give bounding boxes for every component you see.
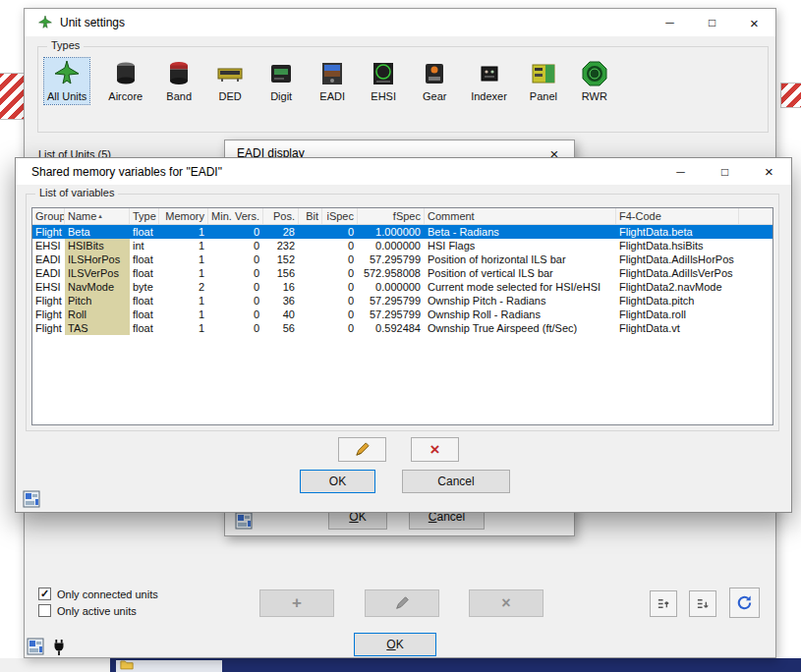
table-cell: FlightData.beta [616,225,739,239]
type-item-indexer[interactable]: Indexer [468,58,510,104]
table-body: FlightBetafloat102801.000000Beta - Radia… [32,225,772,335]
delete-variable-button[interactable]: × [411,437,459,462]
table-row[interactable]: EADIILSHorPosfloat10152057.295799Positio… [32,252,772,266]
table-cell: Ownship True Airspeed (ft/Sec) [425,321,616,335]
table-cell: byte [130,280,159,294]
column-header-label: Comment [428,210,475,222]
eadi-icon [317,59,347,88]
table-cell: Flight [32,294,65,308]
only-active-checkbox[interactable]: Only active units [38,604,137,617]
table-row[interactable]: FlightPitchfloat1036057.295799Ownship Pi… [32,294,772,308]
ok-button[interactable]: OK [354,633,436,656]
refresh-button[interactable] [729,588,760,618]
group-list-button-1[interactable] [650,590,677,617]
column-header-group[interactable]: Group [32,208,65,224]
maximize-button[interactable]: □ [691,9,733,36]
minimize-button[interactable]: ─ [658,158,703,185]
table-cell: 0.592484 [358,321,425,335]
close-button[interactable]: × [747,158,791,185]
column-header-pos-[interactable]: Pos. [263,208,299,224]
column-header-label: Name [68,210,96,222]
table-cell: 1 [159,239,208,252]
dialog-title: Shared memory variables for "EADI" [31,165,222,179]
table-cell: 0 [208,294,263,308]
table-cell [299,252,322,266]
shared-memory-titlebar[interactable]: Shared memory variables for "EADI" ─ □ × [16,158,791,185]
type-item-aircore[interactable]: Aircore [105,58,145,104]
table-cell: EHSI [32,239,65,252]
window-controls: ─ □ × [658,158,791,185]
table-cell: NavMode [65,280,130,294]
minimize-button[interactable]: ─ [649,9,691,36]
column-header-type[interactable]: Type [130,208,159,224]
table-cell: 28 [263,225,299,239]
table-cell: int [130,239,159,252]
type-label: Gear [423,90,446,102]
table-cell: 1 [159,252,208,266]
column-header-comment[interactable]: Comment [425,208,616,224]
edit-unit-button[interactable] [365,589,439,617]
column-header-bit[interactable]: Bit [299,208,322,224]
group-list-button-2[interactable] [689,590,716,617]
table-cell [299,294,322,308]
ok-button[interactable]: OK [300,470,375,493]
maximize-button[interactable]: □ [703,158,747,185]
sort-ascending-icon: ▴ [98,212,102,220]
close-button[interactable]: × [733,9,775,36]
column-header-ispec[interactable]: iSpec [322,208,358,224]
red-x-icon: × [430,440,440,460]
unit-settings-titlebar[interactable]: Unit settings ─ □ × [25,9,775,36]
type-item-band[interactable]: Band [161,58,197,104]
add-unit-button[interactable]: + [259,589,334,617]
only-connected-checkbox[interactable]: ✓ Only connected units [38,588,158,600]
types-row: All UnitsAircoreBandDEDDigitEADIEHSIGear… [38,47,768,104]
column-header-min-vers-[interactable]: Min. Vers. [208,208,263,224]
type-item-all-units[interactable]: All Units [44,58,89,104]
table-cell: Pitch [65,294,130,308]
type-item-ded[interactable]: DED [212,58,248,104]
table-cell: 572.958008 [358,266,425,280]
column-header-fspec[interactable]: fSpec [358,208,425,224]
table-cell: FlightData.vt [616,321,739,335]
type-item-digit[interactable]: Digit [263,58,299,104]
table-cell: Beta - Radians [425,225,616,239]
table-cell: 57.295799 [358,308,425,321]
table-cell: 16 [263,280,299,294]
type-label: Digit [270,90,292,102]
table-cell [299,280,322,294]
ded-icon [215,59,245,88]
table-cell: float [130,252,159,266]
delete-unit-button[interactable]: × [469,589,544,617]
table-cell [299,239,322,252]
cancel-button[interactable]: Cancel [402,470,510,493]
type-item-gear[interactable]: Gear [417,58,452,104]
type-item-rwr[interactable]: RWR [577,58,612,104]
table-cell: 57.295799 [358,252,425,266]
table-cell: 0 [208,252,263,266]
ehsi-icon [369,59,398,88]
table-cell: HSIBits [65,239,130,252]
table-cell: float [130,294,159,308]
table-cell: float [130,321,159,335]
column-header-f4-code[interactable]: F4-Code [616,208,739,224]
table-cell: 0 [322,266,358,280]
edit-variable-button[interactable] [338,437,386,462]
table-row[interactable]: FlightTASfloat105600.592484Ownship True … [32,321,772,335]
table-row[interactable]: EHSINavModebyte201600.000000Current mode… [32,280,772,294]
table-cell: EADI [32,266,65,280]
types-groupbox: Types All UnitsAircoreBandDEDDigitEADIEH… [37,46,769,133]
type-item-ehsi[interactable]: EHSI [366,58,401,104]
column-header-label: F4-Code [619,210,661,222]
column-header-memory[interactable]: Memory [159,208,208,224]
table-row[interactable]: FlightRollfloat1040057.295799Ownship Rol… [32,308,772,321]
table-header: GroupName▴TypeMemoryMin. Vers.Pos.BitiSp… [32,208,772,225]
table-row[interactable]: EHSIHSIBitsint1023200.000000HSI FlagsFli… [32,239,772,252]
table-row[interactable]: EADIILSVerPosfloat101560572.958008Positi… [32,266,772,280]
type-item-panel[interactable]: Panel [526,58,561,104]
taskbar-item[interactable] [116,660,222,672]
column-header-name[interactable]: Name▴ [65,208,130,224]
table-cell: FlightData.AdiIlsHorPos [616,252,739,266]
table-cell [299,308,322,321]
type-item-eadi[interactable]: EADI [315,58,350,104]
table-row[interactable]: FlightBetafloat102801.000000Beta - Radia… [32,225,772,239]
